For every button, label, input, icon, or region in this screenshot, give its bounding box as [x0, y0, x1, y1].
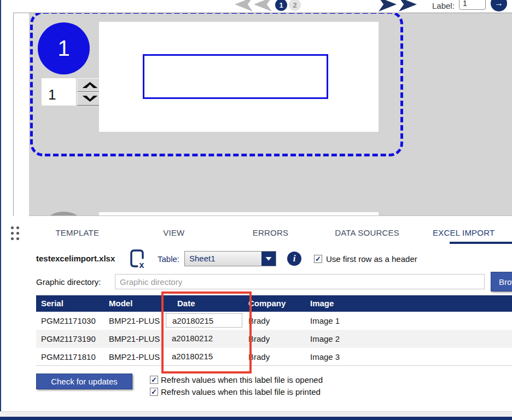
next-page-icon[interactable] — [379, 0, 397, 11]
statusbar — [0, 417, 512, 420]
refresh-on-print-label: Refresh values when this label file is p… — [161, 387, 321, 396]
chevron-up-icon — [83, 82, 98, 88]
page-badge-1[interactable]: 1 — [275, 0, 287, 11]
arrow-right-icon: → — [494, 0, 503, 8]
use-first-row-label: Use first row as a header — [326, 254, 417, 264]
table-row[interactable]: PGM21173190 BMP21-PLUS a20180212 Brady I… — [36, 330, 512, 348]
checkmark-icon: ✓ — [151, 388, 157, 396]
tab-data-sources[interactable]: DATA SOURCES — [319, 225, 416, 241]
excel-file-icon[interactable]: x — [129, 248, 146, 268]
excel-data-grid: Serial Model Date Company Image PGM21171… — [36, 295, 512, 366]
chevron-down-icon — [83, 96, 98, 102]
graphic-directory-caption: Graphic directory: — [36, 277, 101, 287]
graphic-directory-input[interactable] — [115, 274, 485, 289]
cell-date[interactable]: a20180212 — [166, 331, 242, 346]
dropdown-arrow-button[interactable] — [261, 252, 276, 266]
table-row[interactable]: PGM21171030 BMP21-PLUS a20180215 Brady I… — [36, 312, 512, 330]
refresh-on-open-label: Refresh values when this label file is o… — [161, 375, 323, 384]
browse-button[interactable]: Browse — [491, 272, 512, 291]
cell-model[interactable]: BMP21-PLUS — [104, 312, 166, 330]
cell-company[interactable]: Brady — [243, 330, 305, 348]
check-for-updates-button[interactable]: Check for updates — [36, 374, 132, 389]
cell-image[interactable]: Image 3 — [305, 348, 512, 366]
label-preview-area[interactable] — [99, 22, 379, 132]
sheet-select[interactable]: Sheet1 — [184, 251, 276, 266]
window-left-border — [0, 0, 1, 420]
chevron-down-icon — [265, 257, 272, 261]
text-object-frame[interactable] — [143, 54, 328, 99]
refresh-on-print-checkbox[interactable]: ✓ — [150, 388, 158, 396]
cell-model[interactable]: BMP21-PLUS — [104, 348, 166, 366]
tab-excel-import[interactable]: EXCEL IMPORT — [415, 225, 512, 241]
info-icon[interactable]: i — [287, 252, 301, 266]
column-header-image: Image — [305, 295, 512, 312]
panel-drag-handle-icon[interactable] — [11, 226, 19, 240]
checkmark-icon: ✓ — [315, 255, 321, 263]
checkmark-icon: ✓ — [151, 376, 157, 384]
excel-filename: testexcelimport.xlsx — [36, 254, 115, 263]
cell-company[interactable]: Brady — [243, 348, 305, 366]
cell-model[interactable]: BMP21-PLUS — [104, 330, 166, 348]
page-badge-2[interactable]: 2 — [289, 0, 301, 11]
cell-serial[interactable]: PGM21173190 — [36, 330, 104, 348]
next-label-zone-badge — [38, 212, 90, 216]
cell-date-focused[interactable]: a20180215 — [166, 313, 242, 328]
last-page-icon[interactable] — [399, 0, 417, 11]
cell-serial[interactable]: PGM21171810 — [36, 348, 104, 366]
canvas-page: 1 1 — [29, 13, 512, 216]
column-header-company: Company — [243, 295, 305, 312]
grid-header-row: Serial Model Date Company Image — [36, 295, 512, 312]
zone-count-spinner[interactable]: 1 — [42, 78, 76, 106]
cell-date[interactable]: a20180215 — [166, 349, 242, 364]
tab-errors[interactable]: ERRORS — [222, 225, 319, 241]
cell-company[interactable]: Brady — [243, 312, 305, 330]
go-to-label-button[interactable]: → — [491, 0, 507, 11]
table-row[interactable]: PGM21171810 BMP21-PLUS a20180215 Brady I… — [36, 348, 512, 366]
column-header-model: Model — [104, 295, 166, 312]
label-number-input[interactable] — [459, 0, 486, 10]
previous-page-icon[interactable] — [235, 0, 253, 11]
label-canvas: 1 1 — [13, 13, 512, 216]
zone-number-badge[interactable]: 1 — [38, 22, 90, 74]
statusbar-strip — [0, 411, 512, 417]
column-header-serial: Serial — [36, 295, 104, 312]
svg-text:x: x — [139, 260, 144, 269]
next-label-preview — [99, 212, 379, 216]
cell-image[interactable]: Image 1 — [305, 312, 512, 330]
tab-template[interactable]: TEMPLATE — [29, 225, 126, 241]
use-first-row-checkbox[interactable]: ✓ — [314, 255, 322, 263]
sheet-select-value: Sheet1 — [189, 252, 216, 266]
label-number-caption: Label: — [432, 1, 455, 10]
panel-tabs: TEMPLATE VIEW ERRORS DATA SOURCES EXCEL … — [29, 225, 512, 241]
cell-image[interactable]: Image 2 — [305, 330, 512, 348]
first-page-icon[interactable] — [254, 0, 272, 11]
column-header-date: Date — [166, 295, 243, 312]
table-caption: Table: — [158, 254, 179, 264]
active-tab-underline — [450, 242, 512, 244]
cell-serial[interactable]: PGM21171030 — [36, 312, 104, 330]
refresh-on-open-checkbox[interactable]: ✓ — [150, 376, 158, 384]
tab-view[interactable]: VIEW — [126, 225, 223, 241]
